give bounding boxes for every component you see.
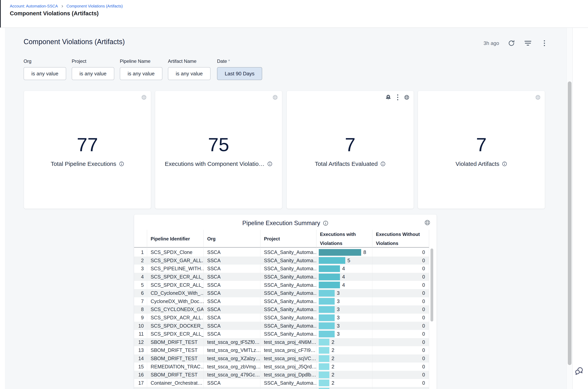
- violations-bar[interactable]: [319, 290, 335, 296]
- filter-date-value[interactable]: Last 90 Days: [217, 67, 262, 80]
- cell-project[interactable]: SSCA_Sanity_Automa…: [260, 314, 316, 322]
- cell-project[interactable]: SSCA_Sanity_Automa…: [260, 257, 316, 265]
- column-header-pipeline-identifier[interactable]: Pipeline Identifier: [147, 230, 204, 248]
- cell-executions-with-violations[interactable]: 2: [316, 338, 372, 346]
- cell-org[interactable]: SSCA: [204, 297, 260, 306]
- cell-executions-without-violations[interactable]: 0: [372, 330, 429, 338]
- cell-project[interactable]: test_ssca_proj_J5Qrd…: [260, 362, 316, 371]
- cell-org[interactable]: SSCA: [204, 322, 260, 330]
- cell-project[interactable]: SSCA_Sanity_Automa…: [260, 264, 316, 273]
- violations-bar[interactable]: [319, 347, 329, 354]
- violations-bar[interactable]: [319, 306, 335, 313]
- cell-pipeline-identifier[interactable]: SCS_SPDX_Clone: [147, 248, 204, 257]
- cell-project[interactable]: test_ssca_proj_Dpdlb…: [260, 371, 316, 379]
- cell-org[interactable]: test_ssca_org_zbVmg…: [204, 362, 260, 371]
- violations-bar[interactable]: [319, 314, 335, 321]
- cell-executions-without-violations[interactable]: 0: [372, 289, 429, 297]
- info-icon[interactable]: [119, 161, 124, 166]
- cell-pipeline-identifier[interactable]: SCS_SPDX_GAR_ALL…: [147, 257, 204, 265]
- cell-executions-without-violations[interactable]: 0: [372, 314, 429, 322]
- violations-bar[interactable]: [319, 265, 340, 272]
- filter-org-value[interactable]: is any value: [24, 67, 66, 80]
- cell-executions-with-violations[interactable]: 3: [316, 330, 372, 338]
- cell-executions-without-violations[interactable]: 0: [372, 257, 429, 265]
- violations-bar[interactable]: [319, 282, 340, 288]
- cell-project[interactable]: SSCA_Sanity_Automa…: [260, 305, 316, 314]
- cell-project[interactable]: SSCA_Sanity_Automa…: [260, 289, 316, 297]
- cell-pipeline-identifier[interactable]: SCS_SPDX_ECR_ALL_…: [147, 281, 204, 289]
- cell-executions-with-violations[interactable]: 3: [316, 314, 372, 322]
- column-header-executions-without-violations[interactable]: Executions Without Violations: [372, 230, 429, 248]
- cell-executions-with-violations[interactable]: 2: [316, 346, 372, 355]
- cell-executions-with-violations[interactable]: 3: [316, 289, 372, 297]
- violations-bar[interactable]: [319, 363, 329, 370]
- cell-org[interactable]: SSCA: [204, 248, 260, 257]
- globe-icon[interactable]: [424, 219, 431, 227]
- cell-executions-with-violations[interactable]: 5: [316, 257, 372, 265]
- cell-pipeline-identifier[interactable]: SBOM_DRIFT_TEST: [147, 355, 204, 363]
- page-scrollbar-track[interactable]: [566, 28, 573, 389]
- cell-executions-without-violations[interactable]: 0: [372, 281, 429, 289]
- dashboard-filter-icon[interactable]: [523, 39, 532, 47]
- cell-executions-without-violations[interactable]: 0: [372, 248, 429, 257]
- cell-executions-without-violations[interactable]: 0: [372, 355, 429, 363]
- cell-executions-without-violations[interactable]: 0: [372, 338, 429, 346]
- cell-executions-with-violations[interactable]: 3: [316, 322, 372, 330]
- violations-bar[interactable]: [319, 331, 335, 337]
- cell-pipeline-identifier[interactable]: SCS_SPDX_ECR_ALL_…: [147, 330, 204, 338]
- cell-org[interactable]: SSCA: [204, 379, 260, 387]
- info-icon[interactable]: [380, 161, 385, 166]
- cell-executions-with-violations[interactable]: [316, 387, 372, 389]
- cell-pipeline-identifier[interactable]: SCS_PIPELINE_WITH…: [147, 264, 204, 273]
- cell-project[interactable]: SSCA_Sanity_Automa…: [260, 322, 316, 330]
- cell-org[interactable]: [204, 387, 260, 389]
- cell-project[interactable]: SSCA_Sanity_Automa…: [260, 273, 316, 281]
- cell-pipeline-identifier[interactable]: SCS_SPDX_DOCKER_…: [147, 322, 204, 330]
- cell-pipeline-identifier[interactable]: [147, 387, 204, 389]
- filter-artifact-name-value[interactable]: is any value: [168, 67, 210, 80]
- cell-pipeline-identifier[interactable]: SCS_SPDX_ECR_ALL_…: [147, 273, 204, 281]
- refresh-icon[interactable]: [507, 39, 516, 47]
- cell-pipeline-identifier[interactable]: SBOM_DRIFT_TEST: [147, 371, 204, 379]
- cell-executions-with-violations[interactable]: 2: [316, 379, 372, 387]
- cell-pipeline-identifier[interactable]: SCS_CYCLONEDX_GA…: [147, 305, 204, 314]
- column-header-org[interactable]: Org: [204, 230, 260, 248]
- violations-bar[interactable]: [319, 274, 340, 280]
- cell-executions-with-violations[interactable]: 2: [316, 371, 372, 379]
- cell-org[interactable]: SSCA: [204, 257, 260, 265]
- cell-executions-without-violations[interactable]: 0: [372, 379, 429, 387]
- cell-executions-without-violations[interactable]: [372, 387, 429, 389]
- breadcrumb-account-link[interactable]: Account: Automation-SSCA: [10, 4, 58, 8]
- cell-org[interactable]: SSCA: [204, 264, 260, 273]
- cell-executions-with-violations[interactable]: 4: [316, 273, 372, 281]
- cell-project[interactable]: [260, 387, 316, 389]
- cell-pipeline-identifier[interactable]: CycloneDX_With_Doc…: [147, 297, 204, 306]
- cell-executions-without-violations[interactable]: 0: [372, 322, 429, 330]
- cell-org[interactable]: SSCA: [204, 289, 260, 297]
- violations-bar[interactable]: [319, 298, 335, 305]
- cell-org[interactable]: SSCA: [204, 281, 260, 289]
- cell-executions-without-violations[interactable]: 0: [372, 346, 429, 355]
- violations-bar[interactable]: [319, 257, 345, 264]
- breadcrumb-current-link[interactable]: Component Violations (Artifacts): [67, 4, 123, 8]
- cell-org[interactable]: test_ssca_org_VMTLz…: [204, 346, 260, 355]
- cell-org[interactable]: SSCA: [204, 314, 260, 322]
- page-scrollbar-thumb[interactable]: [568, 81, 572, 365]
- violations-bar[interactable]: [319, 355, 329, 362]
- cell-executions-without-violations[interactable]: 0: [372, 273, 429, 281]
- more-options-icon[interactable]: [540, 39, 549, 47]
- cell-org[interactable]: SSCA: [204, 330, 260, 338]
- violations-bar[interactable]: [319, 372, 329, 378]
- cell-org[interactable]: test_ssca_org_XZalzy…: [204, 355, 260, 363]
- violations-bar[interactable]: [319, 323, 335, 329]
- cell-pipeline-identifier[interactable]: Container_Orchestrat…: [147, 379, 204, 387]
- violations-bar[interactable]: [319, 249, 361, 256]
- cell-executions-without-violations[interactable]: 0: [372, 362, 429, 371]
- cell-executions-with-violations[interactable]: 3: [316, 297, 372, 306]
- cell-pipeline-identifier[interactable]: REMEDIATION_TRAC…: [147, 362, 204, 371]
- cell-executions-without-violations[interactable]: 0: [372, 297, 429, 306]
- cell-executions-without-violations[interactable]: 0: [372, 305, 429, 314]
- violations-bar[interactable]: [319, 388, 329, 389]
- table-scrollbar-thumb[interactable]: [430, 249, 433, 322]
- cell-project[interactable]: test_ssca_proj_4N6M…: [260, 338, 316, 346]
